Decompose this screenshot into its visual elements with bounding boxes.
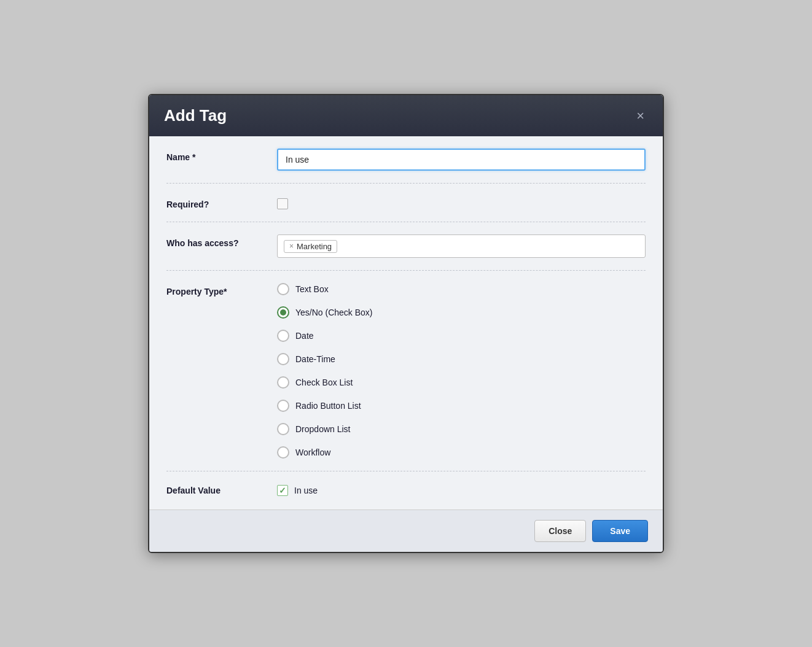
dialog-footer: Close Save: [149, 509, 663, 552]
dialog-body: Name * Required? Who has access? × Marke…: [149, 136, 663, 509]
radio-circle-radio-button-list: [277, 400, 289, 412]
marketing-tag-label: Marketing: [297, 242, 332, 251]
close-button[interactable]: Close: [534, 520, 586, 542]
property-type-radio-group: Text Box Yes/No (Check Box) Date Date-Ti…: [277, 283, 646, 459]
required-row: Required?: [166, 184, 646, 222]
radio-label-date: Date: [295, 331, 314, 341]
access-control: × Marketing: [277, 234, 646, 258]
dialog-header: Add Tag ×: [149, 95, 663, 136]
dialog-close-x-button[interactable]: ×: [633, 108, 648, 124]
name-input[interactable]: [277, 149, 646, 171]
radio-label-workflow: Workflow: [295, 447, 330, 457]
checkmark-icon: ✓: [279, 486, 286, 495]
name-label: Name *: [166, 149, 277, 162]
add-tag-dialog: Add Tag × Name * Required? Who has acces…: [148, 94, 664, 553]
radio-item-check-box-list[interactable]: Check Box List: [277, 376, 646, 389]
name-row: Name *: [166, 136, 646, 184]
default-value-row: Default Value ✓ In use: [166, 471, 646, 509]
required-control: [277, 196, 646, 209]
name-control: [277, 149, 646, 171]
property-type-label: Property Type*: [166, 283, 277, 296]
radio-circle-check-box-list: [277, 376, 289, 389]
default-value-text: In use: [294, 486, 318, 495]
radio-circle-workflow: [277, 446, 289, 459]
radio-circle-dropdown-list: [277, 423, 289, 435]
radio-circle-text-box: [277, 283, 289, 295]
default-value-label: Default Value: [166, 486, 277, 495]
radio-label-yes-no: Yes/No (Check Box): [295, 308, 373, 317]
radio-item-text-box[interactable]: Text Box: [277, 283, 646, 295]
radio-item-date[interactable]: Date: [277, 330, 646, 342]
property-type-control: Text Box Yes/No (Check Box) Date Date-Ti…: [277, 283, 646, 459]
radio-label-date-time: Date-Time: [295, 354, 335, 364]
radio-item-yes-no[interactable]: Yes/No (Check Box): [277, 306, 646, 319]
marketing-tag: × Marketing: [284, 240, 337, 253]
radio-item-dropdown-list[interactable]: Dropdown List: [277, 423, 646, 435]
default-value-checkbox[interactable]: ✓: [277, 485, 288, 496]
radio-item-workflow[interactable]: Workflow: [277, 446, 646, 459]
radio-circle-date: [277, 330, 289, 342]
dialog-title: Add Tag: [164, 106, 227, 125]
save-button[interactable]: Save: [592, 520, 648, 542]
radio-label-text-box: Text Box: [295, 284, 329, 294]
radio-label-radio-button-list: Radio Button List: [295, 401, 361, 411]
access-row: Who has access? × Marketing: [166, 222, 646, 271]
radio-circle-date-time: [277, 353, 289, 365]
property-type-row: Property Type* Text Box Yes/No (Check Bo…: [166, 271, 646, 471]
required-checkbox[interactable]: [277, 198, 288, 209]
access-label: Who has access?: [166, 234, 277, 248]
access-tag-field[interactable]: × Marketing: [277, 234, 646, 258]
radio-circle-yes-no: [277, 306, 289, 319]
radio-item-radio-button-list[interactable]: Radio Button List: [277, 400, 646, 412]
radio-label-dropdown-list: Dropdown List: [295, 424, 351, 434]
radio-label-check-box-list: Check Box List: [295, 378, 353, 387]
default-value-content: ✓ In use: [277, 485, 318, 496]
radio-item-date-time[interactable]: Date-Time: [277, 353, 646, 365]
marketing-tag-remove[interactable]: ×: [289, 242, 294, 250]
required-label: Required?: [166, 196, 277, 209]
